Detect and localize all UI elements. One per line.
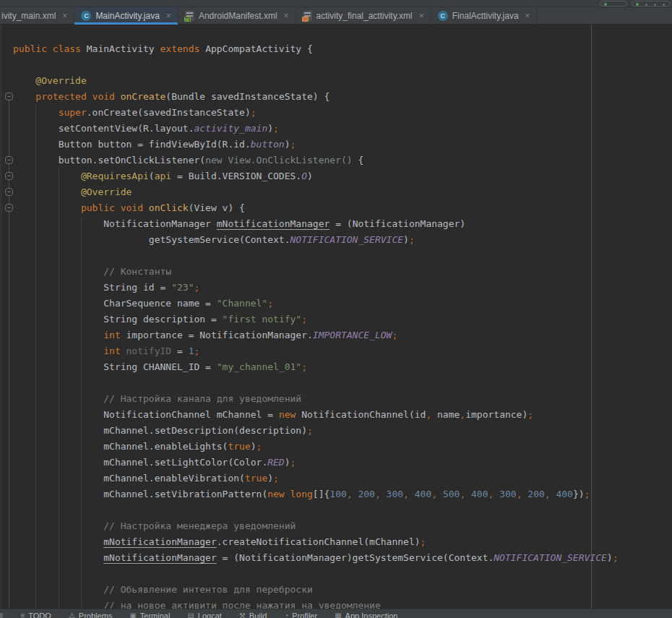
code-token: ; [290,139,296,150]
code-line[interactable]: // Константы [13,264,619,280]
code-line[interactable]: // Настройка канала для уведомлений [13,391,619,407]
code-line[interactable]: int notifyID = 1; [13,343,619,359]
tab-close-icon[interactable]: × [62,11,67,21]
code-token: // Обьявление интентов для переброски [103,584,313,595]
code-line[interactable] [13,248,619,264]
code-token: = Build.VERSION_CODES. [177,171,301,181]
fold-collapse-icon[interactable]: − [5,156,13,164]
editor-tab-MainActivity.java[interactable]: CMainActivity.java× [74,7,178,24]
tool-window-button-app-inspection[interactable]: ▦App Inspection [335,611,397,618]
main-toolbar [0,0,672,7]
code-line[interactable]: Button button = findViewById(R.id.button… [13,137,619,153]
editor-tab-ivity_main.xml[interactable]: ivity_main.xml× [0,7,74,24]
code-token: O [301,171,307,181]
code-line[interactable]: CharSequence name = "Channel"; [13,296,619,312]
code-line[interactable]: mChannel.setDescription(description); [13,423,619,439]
code-token: , [460,489,471,499]
layout-file-icon [303,11,312,21]
code-token: 200 [527,489,544,499]
code-line[interactable]: String CHANNEL_ID = "my_channel_01"; [13,359,619,375]
code-token: ) [307,171,313,181]
code-token: []{ [313,489,329,499]
fold-collapse-icon[interactable]: − [5,172,13,180]
code-line[interactable]: button.setOnClickListener(new View.OnCli… [13,153,619,168]
tool-window-button-todo[interactable]: ≡TODO [20,611,51,618]
code-token: true [245,473,267,484]
code-line[interactable]: NotificationChannel mChannel = new Notif… [13,407,619,423]
code-text[interactable]: public class MainActivity extends AppCom… [0,25,619,609]
tab-close-icon[interactable]: × [166,11,171,21]
editor-tab-AndroidManifest.xml[interactable]: MFAndroidManifest.xml× [178,7,296,24]
tool-window-button-build[interactable]: ⚒Build [239,611,267,618]
code-token: AppCompatActivity { [205,43,313,54]
code-token: , [460,409,465,420]
code-token: NotificationChannel(id [301,409,426,420]
code-line[interactable]: public class MainActivity extends AppCom… [13,41,619,57]
run-actions-group[interactable] [632,1,671,7]
code-line[interactable]: setContentView(R.layout.activity_main); [13,121,619,137]
code-line[interactable] [13,502,619,518]
code-token: new long [267,489,313,499]
code-line[interactable]: super.onCreate(savedInstanceState); [13,105,619,121]
tool-window-label: Terminal [140,611,171,618]
code-token: mNotificationManager [217,218,330,229]
code-line[interactable]: String id = "23"; [13,280,619,296]
editor-tab-activity_final_acttivity.xml[interactable]: activity_final_acttivity.xml× [296,7,431,24]
code-token: notifyID [126,346,172,356]
editor-tab-FinalActtivity.java[interactable]: CFinalActtivity.java× [431,7,538,24]
code-token: // Настройка канала для уведомлений [103,393,301,404]
code-line[interactable]: int importance = NotificationManager.IMP… [13,327,619,343]
code-line[interactable]: String description = "first notify"; [13,312,619,327]
code-line[interactable]: mChannel.enableLights(true); [13,439,619,455]
code-line[interactable] [13,375,619,391]
code-line[interactable]: @RequiresApi(api = Build.VERSION_CODES.O… [13,168,619,184]
tab-close-icon[interactable]: × [525,11,530,21]
code-token: 100 [329,489,346,499]
code-token: ; [257,441,262,452]
code-line[interactable]: mChannel.setLightColor(Color.RED); [13,455,619,471]
tool-window-button-logcat[interactable]: ▤Logcat [187,611,221,618]
code-line[interactable]: // на новое активити после нажатия на ув… [13,598,619,609]
tab-close-icon[interactable]: × [419,11,424,21]
code-line[interactable]: // Настройка менеджера уведомлений [13,518,619,534]
code-line[interactable] [13,57,619,73]
code-line[interactable]: public void onClick(View v) { [13,200,619,216]
fold-collapse-icon[interactable]: − [5,93,13,100]
code-token: "first notify" [223,314,302,325]
code-token: @RequiresApi [81,171,149,181]
code-token: importance) [465,409,527,420]
tool-window-button-profiler[interactable]: ◔Profiler [284,611,317,618]
tool-window-button-problems[interactable]: ⚠Problems [69,611,112,618]
tool-window-bar: ▥≡TODO⚠Problems▣Terminal▤Logcat⚒Build◔Pr… [0,609,672,618]
code-token: ; [392,330,397,340]
code-line[interactable]: mChannel.setVibrationPattern(new long[]{… [13,486,619,502]
ide-window: ivity_main.xml×CMainActivity.java×MFAndr… [0,0,672,618]
code-token: mChannel.setDescription(description) [103,425,307,436]
code-line[interactable]: @Override [13,73,619,89]
code-token: }) [573,489,585,499]
code-line[interactable]: protected void onCreate(Bundle savedInst… [13,89,619,105]
code-editor[interactable]: public class MainActivity extends AppCom… [0,25,672,609]
code-line[interactable]: mNotificationManager = (NotificationMana… [13,550,619,566]
fold-collapse-icon[interactable]: − [5,188,13,196]
code-token: , [347,489,358,499]
code-line[interactable]: mChannel.enableVibration(true); [13,471,619,486]
code-line[interactable]: mNotificationManager.createNotificationC… [13,534,619,550]
fold-collapse-icon[interactable]: − [5,204,13,212]
code-token: // Константы [103,266,171,277]
code-line[interactable] [13,566,619,582]
code-token: extends [160,43,206,54]
code-token: 400 [471,489,488,499]
code-line[interactable]: getSystemService(Context.NOTIFICATION_SE… [13,232,619,248]
code-token: 400 [415,489,431,499]
code-token: getSystemService(Context. [149,234,290,245]
tab-close-icon[interactable]: × [284,11,289,21]
code-token: setContentView(R.layout. [59,123,194,134]
debug-icon [645,4,647,6]
code-line[interactable]: // Обьявление интентов для переброски [13,582,619,598]
code-token: ; [613,552,619,563]
code-line[interactable]: NotificationManager mNotificationManager… [13,216,619,232]
code-line[interactable]: @Override [13,184,619,200]
tool-window-button-terminal[interactable]: ▣Terminal [129,611,170,618]
device-selector-button[interactable] [600,1,627,7]
